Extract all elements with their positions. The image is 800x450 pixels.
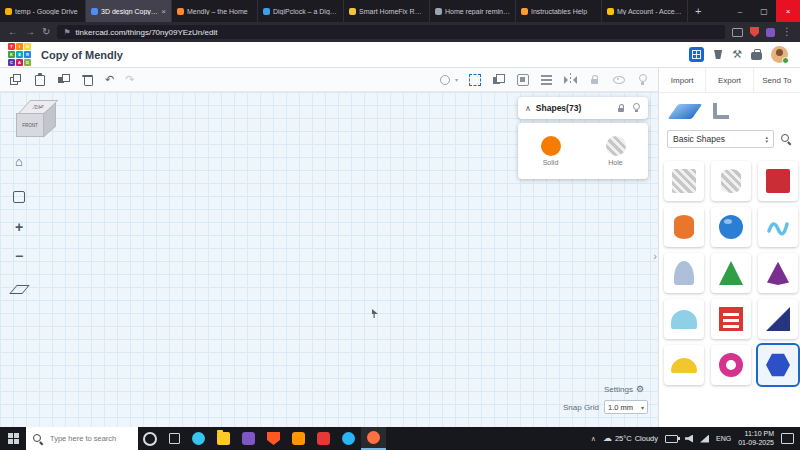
select-all-icon[interactable] bbox=[469, 74, 481, 86]
shape-cylinder[interactable] bbox=[664, 207, 704, 247]
shape-sphere[interactable] bbox=[711, 207, 751, 247]
task-view-button[interactable] bbox=[162, 427, 186, 450]
shape-cone[interactable] bbox=[758, 253, 798, 293]
gear-icon[interactable]: ⚙ bbox=[636, 384, 644, 394]
light-toggle-icon[interactable] bbox=[440, 75, 450, 85]
back-icon[interactable]: ← bbox=[8, 27, 18, 37]
sidebar-collapse-arrow-icon[interactable]: › bbox=[653, 250, 657, 262]
browser-tab-active[interactable]: 3D design Copy o... × bbox=[86, 0, 172, 22]
home-view-icon[interactable]: ⌂ bbox=[10, 152, 28, 170]
view-cube[interactable]: TOP FRONT bbox=[16, 100, 60, 142]
language-indicator[interactable]: ENG bbox=[716, 435, 731, 442]
shape-polygon-selected[interactable] bbox=[758, 345, 798, 385]
copies-icon[interactable] bbox=[492, 73, 505, 86]
bucket-icon[interactable] bbox=[713, 50, 723, 59]
view-cube-front-face[interactable]: FRONT bbox=[16, 113, 44, 137]
lightbulb-icon[interactable] bbox=[631, 103, 641, 114]
menu-dots-icon[interactable]: ⋮ bbox=[782, 27, 792, 37]
forward-icon[interactable]: → bbox=[25, 27, 35, 37]
user-avatar[interactable] bbox=[771, 46, 788, 63]
taskbar-app-firefox[interactable] bbox=[361, 427, 386, 450]
start-button[interactable] bbox=[0, 427, 26, 450]
browser-tab[interactable]: DigiPclock – a Digital bbox=[258, 0, 344, 22]
pickaxe-icon[interactable]: ⚒ bbox=[732, 49, 742, 60]
duplicate-icon[interactable] bbox=[57, 73, 70, 86]
bookmark-icon[interactable]: ⚑ bbox=[63, 28, 70, 37]
copy-icon[interactable] bbox=[9, 73, 22, 86]
battery-icon[interactable] bbox=[665, 435, 678, 443]
extension-icon[interactable] bbox=[766, 28, 775, 37]
collapse-chevron-icon[interactable]: ∧ bbox=[525, 104, 531, 113]
browser-tab[interactable]: Home repair reminde... bbox=[430, 0, 516, 22]
group-icon[interactable] bbox=[516, 73, 529, 86]
network-icon[interactable] bbox=[700, 435, 709, 443]
browser-tab[interactable]: My Account - Access... bbox=[602, 0, 688, 22]
show-hidden-icons-chevron[interactable]: ∧ bbox=[591, 435, 596, 443]
maximize-button[interactable]: ▢ bbox=[752, 0, 776, 22]
taskbar-app-adobe[interactable] bbox=[311, 427, 336, 450]
undo-icon[interactable]: ↶ bbox=[105, 74, 114, 85]
shape-cylinder-hole[interactable] bbox=[711, 161, 751, 201]
search-icon[interactable] bbox=[780, 133, 792, 145]
shape-wedge[interactable] bbox=[758, 299, 798, 339]
browser-tab[interactable]: Instructables Help bbox=[516, 0, 602, 22]
shape-text[interactable] bbox=[711, 299, 751, 339]
screenshot-icon[interactable] bbox=[732, 28, 743, 37]
grid-settings[interactable]: Settings ⚙ bbox=[604, 384, 644, 394]
browser-tab[interactable]: Smart HomeFix Remin... bbox=[344, 0, 430, 22]
taskbar-app-file-explorer[interactable] bbox=[211, 427, 236, 450]
delete-icon[interactable] bbox=[81, 73, 94, 86]
workplane-tool-icon[interactable] bbox=[668, 104, 703, 119]
align-icon[interactable] bbox=[540, 73, 553, 86]
snap-grid-select[interactable]: 1.0 mm ▾ bbox=[604, 400, 648, 414]
apps-grid-icon[interactable] bbox=[689, 47, 704, 62]
paste-icon[interactable] bbox=[33, 73, 46, 86]
shape-pyramid[interactable] bbox=[711, 253, 751, 293]
fit-view-icon[interactable] bbox=[10, 188, 28, 206]
design-viewport[interactable]: TOP FRONT ⌂ + − ∧ Shapes(73) Solid Hole bbox=[0, 92, 658, 427]
taskbar-app-sublime[interactable] bbox=[286, 427, 311, 450]
shape-half-sphere[interactable] bbox=[664, 345, 704, 385]
zoom-out-button[interactable]: − bbox=[10, 247, 28, 265]
tinkercad-logo[interactable]: T I N K E R C A D bbox=[8, 43, 31, 66]
notification-center-icon[interactable] bbox=[781, 433, 794, 444]
browser-tab[interactable]: temp - Google Drive bbox=[0, 0, 86, 22]
solid-swatch[interactable] bbox=[541, 136, 561, 156]
shape-torus[interactable] bbox=[711, 345, 751, 385]
ruler-tool-icon[interactable] bbox=[713, 103, 729, 119]
taskbar-app-photos[interactable] bbox=[336, 427, 361, 450]
reload-icon[interactable]: ↻ bbox=[42, 27, 50, 37]
url-bar[interactable]: ⚑ tinkercad.com/things/70ny09YEzUn/edit bbox=[57, 25, 725, 39]
taskbar-search[interactable] bbox=[26, 427, 138, 450]
shape-box-hole[interactable] bbox=[664, 161, 704, 201]
hole-swatch[interactable] bbox=[606, 136, 626, 156]
shape-roof[interactable] bbox=[664, 299, 704, 339]
shape-box[interactable] bbox=[758, 161, 798, 201]
visibility-icon[interactable] bbox=[612, 73, 625, 86]
cortana-button[interactable] bbox=[138, 427, 162, 450]
minimize-button[interactable]: – bbox=[728, 0, 752, 22]
hints-icon[interactable] bbox=[636, 73, 649, 86]
taskbar-app-brave[interactable] bbox=[261, 427, 286, 450]
search-input[interactable] bbox=[48, 433, 132, 444]
perspective-toggle-icon[interactable] bbox=[10, 280, 28, 298]
taskbar-app-edge[interactable] bbox=[186, 427, 211, 450]
shape-category-select[interactable]: Basic Shapes ▴▾ bbox=[667, 130, 774, 148]
export-button[interactable]: Export bbox=[706, 68, 753, 92]
zoom-in-button[interactable]: + bbox=[10, 218, 28, 236]
redo-icon[interactable]: ↷ bbox=[125, 74, 134, 85]
solid-option[interactable]: Solid bbox=[541, 136, 561, 166]
hole-option[interactable]: Hole bbox=[606, 136, 626, 166]
taskbar-app-purple[interactable] bbox=[236, 427, 261, 450]
tab-close-icon[interactable]: × bbox=[161, 7, 166, 16]
browser-tab[interactable]: Mendly – the Home bbox=[172, 0, 258, 22]
design-title[interactable]: Copy of Mendly bbox=[41, 49, 123, 61]
light-dropdown-caret-icon[interactable]: ▾ bbox=[455, 76, 458, 83]
send-to-button[interactable]: Send To bbox=[754, 68, 800, 92]
taskbar-clock[interactable]: 11:10 PM 01-09-2025 bbox=[738, 430, 774, 446]
adblock-shield-icon[interactable] bbox=[750, 27, 759, 37]
new-tab-button[interactable]: + bbox=[688, 0, 708, 22]
lock-icon[interactable] bbox=[616, 103, 626, 114]
mirror-icon[interactable] bbox=[564, 73, 577, 86]
lock-icon[interactable] bbox=[588, 73, 601, 86]
